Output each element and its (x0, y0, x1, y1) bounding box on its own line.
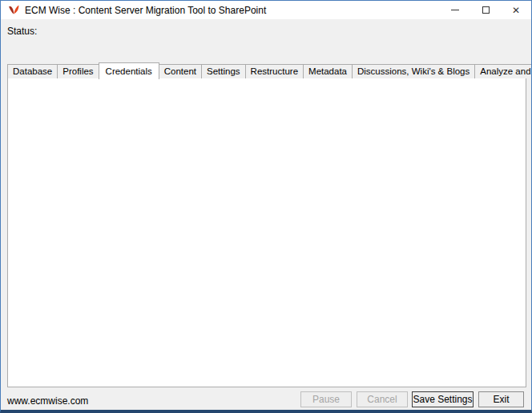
tab-content[interactable]: Content (159, 64, 202, 78)
save-settings-button[interactable]: Save Settings (412, 391, 474, 407)
close-icon: ✕ (512, 5, 520, 16)
exit-button[interactable]: Exit (478, 391, 524, 407)
app-logo-icon (7, 4, 20, 17)
window-controls: ✕ (440, 1, 531, 19)
status-label: Status: (7, 26, 37, 37)
credentials-tab-page (7, 76, 526, 387)
tab-analyze-and-migrate[interactable]: Analyze and Migrate (474, 64, 532, 78)
maximize-icon (482, 6, 490, 14)
website-link[interactable]: www.ecmwise.com (7, 395, 88, 407)
pause-button[interactable]: Pause (300, 391, 352, 407)
tab-restructure[interactable]: Restructure (245, 64, 304, 78)
tab-discussions-wikis-blogs[interactable]: Discussions, Wiki's & Blogs (352, 64, 475, 78)
close-button[interactable]: ✕ (501, 1, 531, 19)
window-title: ECM Wise : Content Server Migration Tool… (25, 5, 266, 16)
maximize-button[interactable] (470, 1, 501, 19)
minimize-icon (451, 10, 459, 10)
cancel-button[interactable]: Cancel (357, 391, 408, 407)
app-window: ECM Wise : Content Server Migration Tool… (0, 0, 532, 413)
tab-strip: Database Profiles Credentials Content Se… (7, 62, 525, 78)
tab-metadata[interactable]: Metadata (303, 64, 353, 78)
tab-credentials[interactable]: Credentials (99, 62, 159, 79)
title-bar: ECM Wise : Content Server Migration Tool… (1, 1, 531, 19)
tab-profiles[interactable]: Profiles (57, 64, 99, 78)
tab-database[interactable]: Database (7, 64, 58, 78)
tab-settings[interactable]: Settings (201, 64, 246, 78)
minimize-button[interactable] (440, 1, 470, 19)
